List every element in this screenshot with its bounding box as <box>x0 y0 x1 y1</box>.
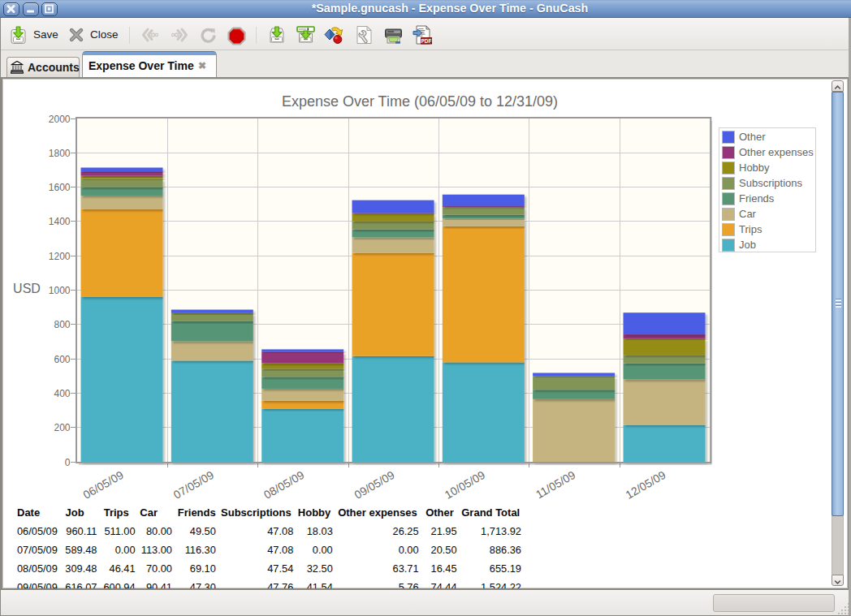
svg-text:12/05/09: 12/05/09 <box>623 468 667 502</box>
svg-text:PDF: PDF <box>421 38 432 44</box>
svg-text:1400: 1400 <box>49 216 71 227</box>
svg-text:08/05/09: 08/05/09 <box>261 468 306 502</box>
svg-text:2000: 2000 <box>49 114 71 125</box>
svg-text:400: 400 <box>54 388 70 399</box>
svg-text:10/05/09: 10/05/09 <box>443 468 487 502</box>
svg-text:1800: 1800 <box>49 148 71 159</box>
svg-text:600: 600 <box>54 354 70 365</box>
svg-text:1600: 1600 <box>49 182 71 193</box>
svg-text:0: 0 <box>65 457 71 468</box>
svg-text:06/05/09: 06/05/09 <box>81 468 126 502</box>
svg-text:200: 200 <box>54 422 70 433</box>
svg-text:Expense Over Time (06/05/09 to: Expense Over Time (06/05/09 to 12/31/09) <box>282 93 558 110</box>
svg-text:800: 800 <box>54 319 70 330</box>
svg-text:09/05/09: 09/05/09 <box>352 468 396 502</box>
svg-text:1200: 1200 <box>49 251 71 262</box>
svg-text:07/05/09: 07/05/09 <box>171 468 216 502</box>
svg-text:USD: USD <box>13 282 41 295</box>
svg-text:11/05/09: 11/05/09 <box>533 468 577 502</box>
svg-text:1000: 1000 <box>49 285 71 296</box>
